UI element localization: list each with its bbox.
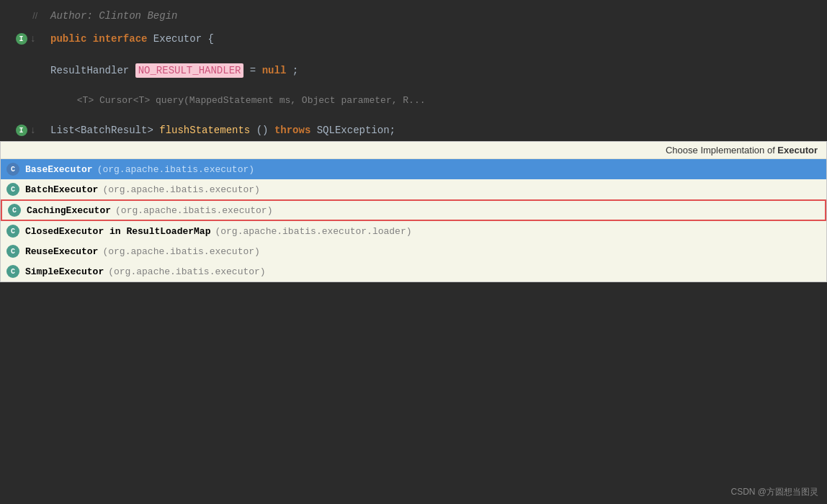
code-line-author: // Author: Clinton Begin [0, 6, 827, 26]
item-icon-1: C [6, 183, 19, 196]
flush-type: List<BatchResult> [50, 125, 153, 136]
field-semi: ; [292, 65, 298, 76]
popup-header: Choose Implementation of Executor [1, 142, 826, 159]
editor-area: // Author: Clinton Begin I ↓ public inte… [0, 0, 827, 504]
author-line: // Author: Clinton Begin [0, 0, 827, 29]
item-icon-2: C [8, 204, 21, 217]
code-line-interface: I ↓ public interface Executor { [0, 29, 827, 49]
popup-header-bold: Executor [777, 145, 818, 156]
popup-item-2[interactable]: C CachingExecutor (org.apache.ibatis.exe… [1, 199, 826, 221]
item-package-3: (org.apache.ibatis.executor.loader) [215, 226, 411, 237]
item-name-3: ClosedExecutor in ResultLoaderMap [25, 226, 210, 237]
item-package-4: (org.apache.ibatis.executor) [102, 246, 259, 257]
flush-icon: I [16, 125, 27, 136]
popup-header-text: Choose Implementation of [666, 145, 777, 156]
item-package-0: (org.apache.ibatis.executor) [97, 164, 254, 175]
field-highlight: NO_RESULT_HANDLER [135, 63, 244, 78]
code-line-field: ResultHandler NO_RESULT_HANDLER = null ; [0, 60, 827, 81]
item-icon-4: C [6, 245, 19, 258]
flush-code: List<BatchResult> flushStatements () thr… [43, 120, 827, 140]
interface-icon: I [16, 33, 27, 45]
blank-2 [0, 81, 827, 92]
item-icon-5: C [6, 265, 19, 278]
item-name-5: SimpleExecutor [25, 266, 104, 277]
item-package-2: (org.apache.ibatis.executor) [115, 205, 272, 216]
gutter-arrow: ↓ [30, 33, 36, 45]
author-comment: Author: Clinton Begin [43, 6, 827, 26]
kw-public: public [50, 33, 86, 45]
blank-3 [0, 109, 827, 120]
item-name-1: BatchExecutor [25, 184, 98, 195]
item-name-4: ReuseExecutor [25, 246, 98, 257]
flush-arrow: ↓ [30, 125, 36, 136]
watermark: CSDN @方圆想当图灵 [730, 486, 818, 498]
blank-1 [0, 49, 827, 60]
item-package-5: (org.apache.ibatis.executor) [108, 266, 265, 277]
popup-item-0[interactable]: C BaseExecutor (org.apache.ibatis.execut… [1, 159, 826, 179]
null-keyword: null [262, 65, 287, 76]
code-line-flush: I ↓ List<BatchResult> flushStatements ()… [0, 120, 827, 140]
field-prefix: ResultHandler [50, 65, 135, 76]
item-name-0: BaseExecutor [25, 164, 93, 175]
flush-method: flushStatements [159, 125, 250, 136]
item-icon-0: C [6, 163, 19, 176]
gutter-interface: I ↓ [0, 33, 43, 45]
popup-item-3[interactable]: C ClosedExecutor in ResultLoaderMap (org… [1, 221, 826, 241]
gutter-flush: I ↓ [0, 125, 43, 136]
gutter-author: // [0, 11, 43, 21]
item-package-1: (org.apache.ibatis.executor) [102, 184, 259, 195]
field-code: ResultHandler NO_RESULT_HANDLER = null ; [43, 60, 827, 81]
autocomplete-popup[interactable]: Choose Implementation of Executor C Base… [0, 141, 827, 282]
interface-code: public interface Executor { [43, 29, 827, 49]
popup-item-1[interactable]: C BatchExecutor (org.apache.ibatis.execu… [1, 179, 826, 199]
field-equals: = [250, 65, 262, 76]
throws-kw-1: throws [274, 125, 310, 136]
item-name-2: CachingExecutor [27, 205, 111, 216]
truncated-line: <T> Cursor<T> query(MappedStatement ms, … [0, 92, 827, 109]
truncated-code: <T> Cursor<T> query(MappedStatement ms, … [43, 95, 426, 106]
kw-interface: interface [93, 33, 148, 45]
item-icon-3: C [6, 225, 19, 238]
popup-item-5[interactable]: C SimpleExecutor (org.apache.ibatis.exec… [1, 261, 826, 282]
popup-item-4[interactable]: C ReuseExecutor (org.apache.ibatis.execu… [1, 241, 826, 261]
